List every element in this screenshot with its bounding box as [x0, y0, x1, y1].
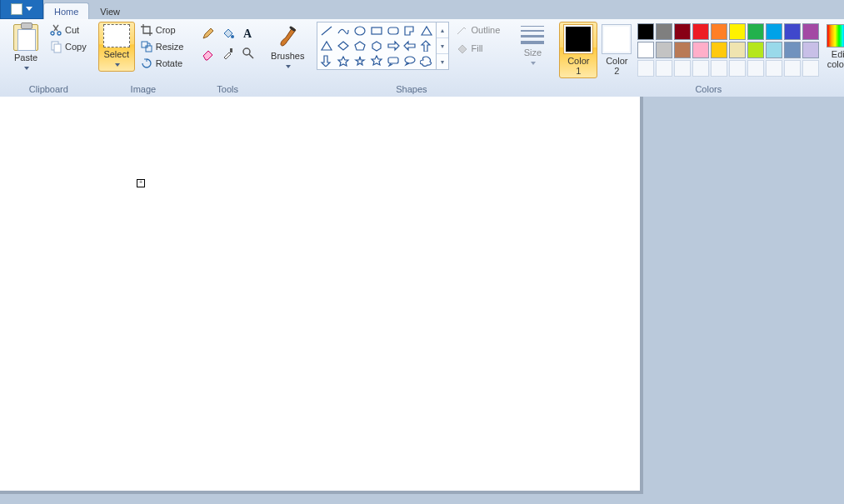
svg-marker-23	[322, 56, 330, 67]
palette-empty[interactable]	[766, 60, 782, 77]
palette-empty[interactable]	[711, 60, 727, 77]
palette-swatch[interactable]	[747, 23, 764, 40]
group-brushes: Brushes	[262, 22, 312, 97]
palette-empty[interactable]	[802, 60, 819, 77]
gallery-up-icon[interactable]: ▴	[437, 22, 448, 38]
shape-item[interactable]	[418, 38, 435, 53]
shape-item[interactable]	[418, 23, 435, 38]
shape-fill-button[interactable]: Fill	[452, 40, 506, 57]
palette-empty[interactable]	[637, 60, 654, 77]
gallery-down-icon[interactable]: ▾	[437, 38, 448, 54]
edit-colors-label: Edit colors	[827, 49, 844, 69]
svg-point-6	[231, 35, 234, 38]
group-label-tools: Tools	[217, 82, 238, 97]
gallery-scroll[interactable]: ▴ ▾ ▾	[436, 22, 448, 69]
palette-swatch[interactable]	[637, 23, 654, 40]
paste-label: Paste	[14, 52, 37, 62]
shape-item[interactable]	[418, 53, 435, 68]
palette-swatch[interactable]	[711, 42, 727, 58]
shape-item[interactable]	[352, 38, 368, 53]
palette-swatch[interactable]	[656, 42, 672, 58]
palette-swatch[interactable]	[711, 23, 727, 40]
palette-empty[interactable]	[784, 60, 801, 77]
palette-swatch[interactable]	[802, 23, 819, 40]
rotate-button[interactable]: Rotate	[137, 55, 188, 72]
palette-swatch[interactable]	[674, 23, 691, 40]
chevron-down-icon	[286, 65, 291, 68]
shape-item[interactable]	[402, 23, 418, 38]
svg-point-11	[355, 27, 365, 35]
cut-button[interactable]: Cut	[46, 22, 90, 38]
shape-item[interactable]	[352, 53, 368, 68]
tool-color-picker[interactable]	[218, 43, 238, 63]
shape-item[interactable]	[368, 23, 385, 38]
palette-empty[interactable]	[656, 60, 672, 77]
color1-button[interactable]: Color 1	[559, 22, 597, 78]
color2-button[interactable]: Color 2	[597, 22, 636, 78]
gallery-more-icon[interactable]: ▾	[437, 54, 448, 69]
tab-view[interactable]: View	[89, 2, 131, 19]
palette-swatch[interactable]	[692, 23, 709, 40]
palette-empty[interactable]	[747, 60, 764, 77]
svg-marker-26	[372, 56, 382, 65]
color2-swatch	[602, 24, 632, 54]
size-icon	[521, 24, 544, 46]
palette-swatch[interactable]	[729, 23, 746, 40]
tab-home[interactable]: Home	[43, 2, 89, 19]
tool-pencil[interactable]	[198, 23, 218, 43]
palette-empty[interactable]	[729, 60, 746, 77]
palette-swatch[interactable]	[637, 42, 654, 58]
palette-swatch[interactable]	[692, 42, 709, 58]
resize-button[interactable]: Resize	[137, 38, 188, 55]
tool-text[interactable]: A	[238, 23, 258, 43]
shape-item[interactable]	[335, 38, 352, 53]
shape-item[interactable]	[318, 53, 335, 68]
palette-swatch[interactable]	[766, 23, 782, 40]
color2-label: Color 2	[606, 56, 627, 76]
edit-colors-button[interactable]: Edit colors	[821, 22, 844, 72]
palette-swatch[interactable]	[674, 42, 691, 58]
shape-item[interactable]	[385, 23, 402, 38]
chevron-down-icon	[115, 63, 120, 67]
palette-empty[interactable]	[674, 60, 691, 77]
select-button[interactable]: Select	[98, 22, 135, 72]
shape-item[interactable]	[335, 23, 352, 38]
shape-item[interactable]	[402, 38, 418, 53]
shape-item[interactable]	[318, 38, 335, 53]
shape-item[interactable]	[335, 53, 352, 68]
file-menu-button[interactable]	[0, 0, 43, 19]
size-label: Size	[524, 47, 542, 57]
brushes-button[interactable]: Brushes	[267, 22, 308, 73]
tool-eraser[interactable]	[198, 43, 218, 63]
tool-fill[interactable]	[218, 23, 238, 43]
palette-swatch[interactable]	[656, 23, 672, 40]
shapes-gallery[interactable]: ▴ ▾ ▾	[317, 22, 449, 70]
palette-swatch[interactable]	[784, 23, 801, 40]
shape-item[interactable]	[352, 23, 368, 38]
color1-label: Color 1	[567, 56, 589, 76]
palette-empty[interactable]	[692, 60, 709, 77]
palette-swatch[interactable]	[784, 42, 801, 58]
tool-magnifier[interactable]	[238, 43, 258, 63]
svg-marker-21	[404, 42, 415, 50]
palette-swatch[interactable]	[766, 42, 782, 58]
svg-rect-8	[230, 48, 232, 52]
palette-swatch[interactable]	[747, 42, 764, 58]
shape-item[interactable]	[368, 38, 385, 53]
shape-item[interactable]	[318, 23, 335, 38]
palette-swatch[interactable]	[729, 42, 746, 58]
crop-button[interactable]: Crop	[137, 22, 188, 38]
shape-item[interactable]	[385, 38, 402, 53]
paste-icon	[13, 24, 38, 51]
palette-swatch[interactable]	[802, 42, 819, 58]
shape-item[interactable]	[385, 53, 402, 68]
shape-item[interactable]	[368, 53, 385, 68]
svg-marker-14	[405, 27, 413, 35]
select-label: Select	[103, 49, 129, 59]
shape-item[interactable]	[402, 53, 418, 68]
size-button[interactable]: Size	[514, 22, 551, 70]
canvas[interactable]: +	[0, 97, 640, 97]
copy-button[interactable]: Copy	[46, 38, 90, 55]
shape-outline-button[interactable]: Outline	[452, 22, 506, 38]
paste-button[interactable]: Paste	[7, 22, 44, 75]
